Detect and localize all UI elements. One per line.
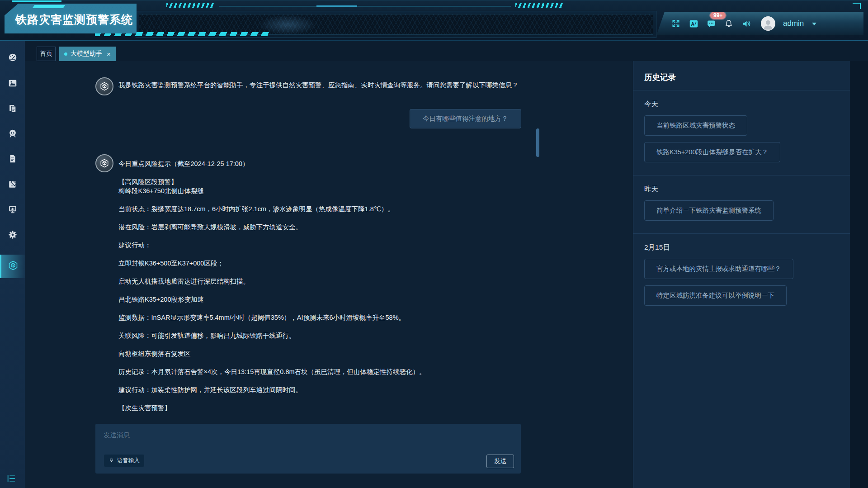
caret-down-icon[interactable]	[811, 19, 817, 28]
report-line: 向塘枢纽东侧落石复发区	[118, 349, 539, 358]
user-avatar[interactable]	[761, 16, 775, 31]
decor-line-bright	[316, 5, 357, 7]
header-accent-bar	[12, 0, 61, 2]
tab-active-dot	[64, 52, 67, 56]
report-line: 当前状态：裂缝宽度达18.7cm，6小时内扩张2.1cm，渗水迹象明显（热成像温…	[118, 204, 539, 213]
tab-ai-assistant[interactable]: 大模型助手 ×	[59, 47, 116, 61]
history-panel: 历史记录 今天 当前铁路区域灾害预警状态 铁路K35+200段山体裂缝是否在扩大…	[633, 61, 850, 488]
app-header: 铁路灾害监测预警系统 A 99+	[0, 0, 868, 41]
report-line: 历史记录：本月累计落石告警×4次，今日13:15再现直径0.8m石块（虽已清理，…	[118, 367, 539, 376]
report-line: 建议行动：加装柔性防护网，并延长该区段列车通过间隔时间。	[118, 385, 539, 394]
camera-icon[interactable]	[0, 123, 25, 143]
dashboard-icon[interactable]	[0, 47, 25, 67]
history-item[interactable]: 简单介绍一下铁路灾害监测预警系统	[644, 200, 774, 221]
history-item[interactable]: 特定区域防洪准备建议可以举例说明一下	[644, 285, 787, 306]
history-section-today: 今天 当前铁路区域灾害预警状态 铁路K35+200段山体裂缝是否在扩大？	[633, 90, 850, 175]
history-item[interactable]: 当前铁路区域灾害预警状态	[644, 115, 747, 136]
voice-input-button[interactable]: 语音输入	[104, 455, 144, 467]
document-icon[interactable]	[0, 149, 25, 169]
svg-text:A: A	[691, 21, 694, 26]
tab-strip	[25, 41, 868, 61]
collapse-icon	[7, 474, 16, 484]
report-line: 潜在风险：岩层剥离可能导致大规模滑坡，威胁下方轨道安全。	[118, 223, 539, 232]
chat-scrollbar-thumb[interactable]	[536, 128, 539, 157]
settings-icon[interactable]	[0, 225, 25, 245]
assistant-report-message: 今日重点风险提示（截至2024-12-25 17:00） 【高风险区段预警】 梅…	[118, 159, 539, 422]
sidebar-collapse-button[interactable]	[5, 474, 17, 485]
report-line: 关联风险：可能引发轨道偏移，影响昌九城际铁路干线通行。	[118, 331, 539, 340]
report-line: 启动无人机搭载地质雷达进行深层结构扫描。	[118, 277, 539, 286]
history-item[interactable]: 官方或本地的灾情上报或求助通道有哪些？	[644, 259, 793, 279]
tab-close-icon[interactable]: ×	[107, 50, 111, 58]
monitor-icon[interactable]	[0, 199, 25, 219]
edit-icon[interactable]	[0, 174, 25, 194]
library-icon[interactable]	[0, 99, 25, 118]
microphone-icon	[108, 457, 114, 464]
image-icon[interactable]	[0, 73, 25, 93]
sidebar-item-ai-assistant[interactable]	[0, 255, 25, 278]
assistant-avatar	[95, 77, 113, 95]
message-icon[interactable]: 99+	[706, 19, 716, 28]
assistant-avatar	[95, 154, 113, 172]
report-line: 昌北铁路K35+200段形变加速	[118, 295, 539, 304]
message-input[interactable]	[95, 424, 521, 454]
history-section-feb15: 2月15日 官方或本地的灾情上报或求助通道有哪些？ 特定区域防洪准备建议可以举例…	[633, 234, 850, 318]
bell-icon[interactable]	[724, 19, 734, 28]
user-message-bubble: 今日有哪些值得注意的地方？	[410, 109, 521, 128]
tab-home[interactable]: 首页	[37, 47, 56, 61]
decor-slashes	[515, 3, 563, 8]
report-line: 立即封锁K36+500至K37+000区段；	[118, 259, 539, 268]
history-section-yesterday: 昨天 简单介绍一下铁路灾害监测预警系统	[633, 175, 850, 234]
history-title: 历史记录	[633, 61, 850, 90]
report-line: 【次生灾害预警】	[118, 403, 539, 412]
report-line: 建议行动：	[118, 241, 539, 250]
decor-slashes	[166, 3, 214, 8]
report-line: 今日重点风险提示（截至2024-12-25 17:00）	[118, 159, 539, 168]
history-section-label: 昨天	[644, 185, 839, 194]
history-item[interactable]: 铁路K35+200段山体裂缝是否在扩大？	[644, 142, 780, 162]
history-section-label: 今天	[644, 99, 839, 109]
translate-icon[interactable]: A	[689, 19, 698, 28]
history-section-label: 2月15日	[644, 243, 839, 252]
decor-line	[219, 6, 511, 7]
fullscreen-icon[interactable]	[671, 19, 681, 28]
page-title: 铁路灾害监测预警系统	[5, 4, 137, 33]
username-label[interactable]: admin	[783, 19, 804, 28]
report-line: 【高风险区段预警】 梅岭段K36+750北侧山体裂缝	[118, 177, 539, 195]
header-toolbar: A 99+	[656, 12, 863, 35]
message-input-panel: 语音输入 发送	[95, 424, 521, 474]
assistant-message: 我是铁路灾害监测预警系统平台的智能助手，专注于提供自然灾害预警、应急指南、实时灾…	[118, 81, 552, 90]
send-button[interactable]: 发送	[486, 455, 514, 468]
speaker-icon[interactable]	[741, 19, 751, 28]
left-sidebar	[0, 41, 25, 488]
report-line: 监测数据：InSAR显示形变速率5.4mm/小时（超阈值35%），AI预测未来6…	[118, 313, 539, 322]
notification-badge: 99+	[710, 12, 726, 19]
decor-corner-bracket	[853, 3, 861, 9]
ai-assistant-icon	[8, 260, 19, 273]
title-plate: 铁路灾害监测预警系统	[5, 4, 137, 33]
